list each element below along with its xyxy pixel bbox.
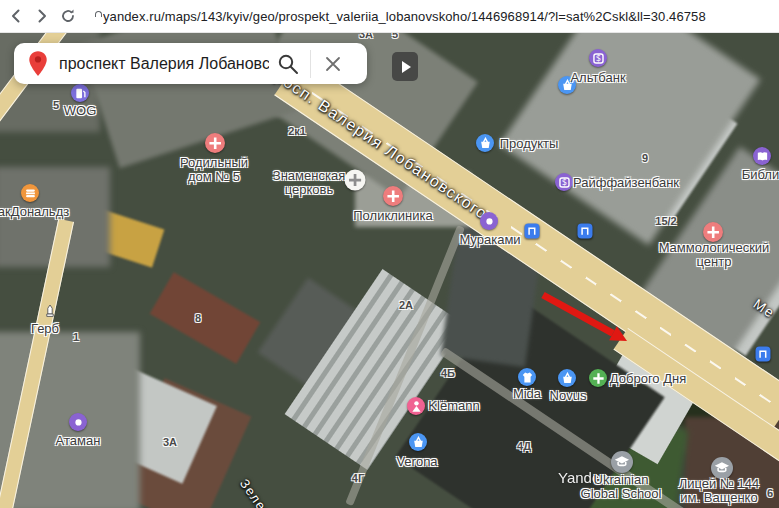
school-cap-icon[interactable] <box>611 451 633 473</box>
building-number: 4Б <box>441 367 455 379</box>
place-dot-icon[interactable] <box>480 212 498 230</box>
poi-mida-label[interactable]: Mida <box>513 387 541 401</box>
poi-wog-label[interactable]: WOG <box>64 104 97 118</box>
library-book-icon[interactable] <box>753 147 771 165</box>
hospital-cross-icon[interactable] <box>205 133 225 153</box>
pharmacy-plus-icon[interactable] <box>589 369 607 387</box>
poi-ukrainian-global-school-label[interactable]: UkrainianGlobal School <box>581 473 662 501</box>
poi-dobroho-dnia-label[interactable]: Доброго Дня <box>610 372 686 386</box>
poi-verona-label[interactable]: Verona <box>396 455 437 469</box>
map-canvas[interactable]: Yandex WOGМакДональдзРодильныйдом № 5Зна… <box>0 32 779 508</box>
panel-expand-button[interactable] <box>392 52 418 81</box>
poi-herb-monument-label[interactable]: Герб <box>31 322 59 336</box>
poi-mammology-center-label[interactable]: Маммологическийцентр <box>659 241 770 269</box>
church-cross-icon[interactable] <box>345 170 366 191</box>
clothing-icon[interactable] <box>518 368 536 386</box>
reload-icon[interactable] <box>58 6 78 26</box>
building-number: 15/2 <box>655 215 676 227</box>
close-icon[interactable] <box>316 47 350 81</box>
fastfood-icon[interactable] <box>21 184 39 202</box>
fashion-person-icon[interactable] <box>407 397 425 415</box>
building-number: 8 <box>195 312 201 324</box>
building-number: 5 <box>392 32 398 40</box>
poi-maternity-hospital-label[interactable]: Родильныйдом № 5 <box>180 156 248 184</box>
grocery-basket-icon[interactable] <box>558 369 576 387</box>
building-number: 3А <box>163 436 177 448</box>
search-input[interactable] <box>57 54 271 74</box>
building-number: 5 <box>53 99 59 111</box>
grocery-basket-icon[interactable] <box>409 433 427 451</box>
forward-icon[interactable] <box>32 6 52 26</box>
underpass-icon[interactable] <box>525 224 540 239</box>
search-icon[interactable] <box>271 47 305 81</box>
poi-lyceum-144-label[interactable]: Лицей № 144им. Ващенко <box>679 477 759 505</box>
back-icon[interactable] <box>6 6 26 26</box>
poi-raiffeisenbank-label[interactable]: Райффайзенбанк <box>573 176 679 190</box>
poi-klemann-label[interactable]: Klёmann <box>428 399 479 413</box>
poi-murakami-label[interactable]: Мураками <box>459 233 520 247</box>
bank-icon[interactable]: $ <box>555 173 573 191</box>
poi-produkty-label[interactable]: Продукты <box>500 137 559 151</box>
svg-text:$: $ <box>561 177 566 187</box>
clinic-cross-icon[interactable] <box>383 186 403 206</box>
play-triangle-icon <box>402 61 411 73</box>
map-pin-icon <box>27 50 49 78</box>
search-divider <box>310 50 311 78</box>
search-box <box>14 43 367 84</box>
place-dot-icon[interactable] <box>69 413 87 431</box>
browser-toolbar: yandex.ru/maps/143/kyiv/geo/prospekt_val… <box>0 0 779 33</box>
url-field[interactable]: yandex.ru/maps/143/kyiv/geo/prospekt_val… <box>103 9 779 24</box>
fuel-icon[interactable] <box>71 84 89 102</box>
underpass-icon[interactable] <box>578 224 593 239</box>
clinic-cross-icon[interactable] <box>703 222 723 242</box>
building-number: 3А <box>359 32 373 40</box>
poi-library-label[interactable]: Библиотека <box>742 168 779 182</box>
poi-ataman-label[interactable]: Атаман <box>56 434 101 448</box>
underpass-icon[interactable] <box>756 347 771 362</box>
building-number: 1 <box>73 331 79 343</box>
poi-polyclinic-label[interactable]: Поликлиника <box>353 209 432 223</box>
browser-window: yandex.ru/maps/143/kyiv/geo/prospekt_val… <box>0 0 779 508</box>
building-number: 9 <box>642 152 648 164</box>
building-number: 2к1 <box>288 125 306 137</box>
monument-icon[interactable] <box>42 304 58 320</box>
svg-text:$: $ <box>595 53 600 63</box>
building-number: 4Г <box>352 472 364 484</box>
poi-mcdonalds-label[interactable]: МакДональдз <box>0 205 69 219</box>
building-number: 2А <box>399 299 413 311</box>
building-number: 6 <box>767 487 773 499</box>
poi-altbank-label[interactable]: Альтбанк <box>570 71 625 85</box>
poi-church-label[interactable]: Знаменскаяцерковь <box>273 169 345 197</box>
building-number: 4Д <box>517 440 531 452</box>
grocery-basket-icon[interactable] <box>476 134 494 152</box>
poi-novus-label[interactable]: Novus <box>550 389 587 403</box>
bank-icon[interactable]: $ <box>589 49 607 67</box>
